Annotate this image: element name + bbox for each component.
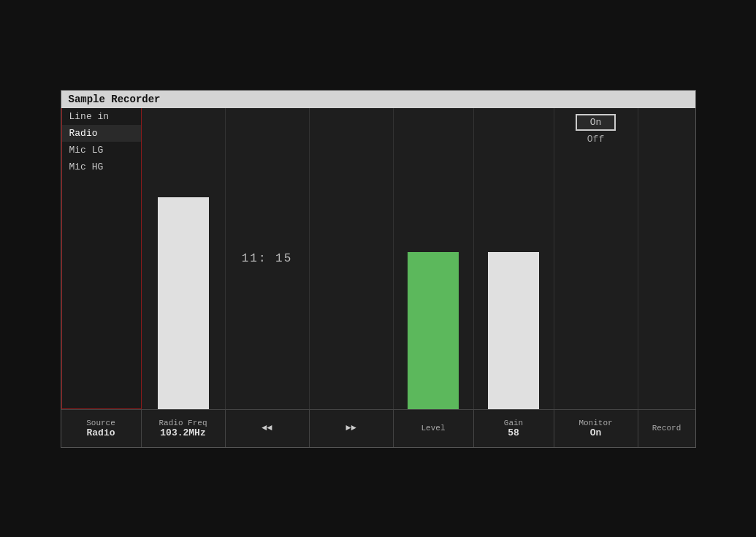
radio-freq-column [142,108,226,409]
monitor-off-label: Off [587,134,604,145]
time-display: 11: 15 [242,252,293,265]
record-column [638,108,695,409]
radio-freq-bar [158,197,209,409]
status-bar: Source Radio Radio Freq 103.2MHz ◄◄ ►► L… [61,409,695,447]
status-source[interactable]: Source Radio [61,410,142,447]
ffwd-column [310,108,394,409]
window-title: Sample Recorder [69,94,161,105]
status-rewind[interactable]: ◄◄ [226,410,310,447]
source-item-radio[interactable]: Radio [62,125,141,142]
fastforward-icon: ►► [345,423,356,433]
title-bar: Sample Recorder [61,91,695,108]
freq-label: Radio Freq [159,419,207,427]
rewind-column: 11: 15 [226,108,310,409]
monitor-label: Monitor [579,419,612,427]
source-list: Line in Radio Mic LG Mic HG [61,108,142,409]
gain-bar [488,252,539,409]
status-gain[interactable]: Gain 58 [474,410,554,447]
monitor-value: On [590,427,602,438]
level-bar [408,252,459,409]
rewind-icon: ◄◄ [261,423,272,433]
monitor-column: On Off [554,108,638,409]
source-item-line-in[interactable]: Line in [62,108,141,125]
gain-label: Gain [504,419,523,427]
source-item-mic-hg[interactable]: Mic HG [62,159,141,175]
level-label: Level [421,424,445,433]
gain-value: 58 [508,427,519,438]
record-label: Record [652,424,681,433]
monitor-on-button[interactable]: On [576,114,616,131]
status-fastforward[interactable]: ►► [310,410,394,447]
freq-value: 103.2MHz [160,427,205,438]
status-record[interactable]: Record [638,410,695,447]
status-level[interactable]: Level [394,410,474,447]
level-column [394,108,474,409]
source-label: Source [86,419,115,427]
status-monitor[interactable]: Monitor On [554,410,638,447]
app-window: Sample Recorder Line in Radio Mic LG Mic… [61,90,696,448]
main-area: Line in Radio Mic LG Mic HG 11: 15 [61,108,695,409]
source-value: Radio [86,427,115,438]
gain-column [474,108,554,409]
source-item-mic-lg[interactable]: Mic LG [62,142,141,159]
status-freq[interactable]: Radio Freq 103.2MHz [142,410,226,447]
